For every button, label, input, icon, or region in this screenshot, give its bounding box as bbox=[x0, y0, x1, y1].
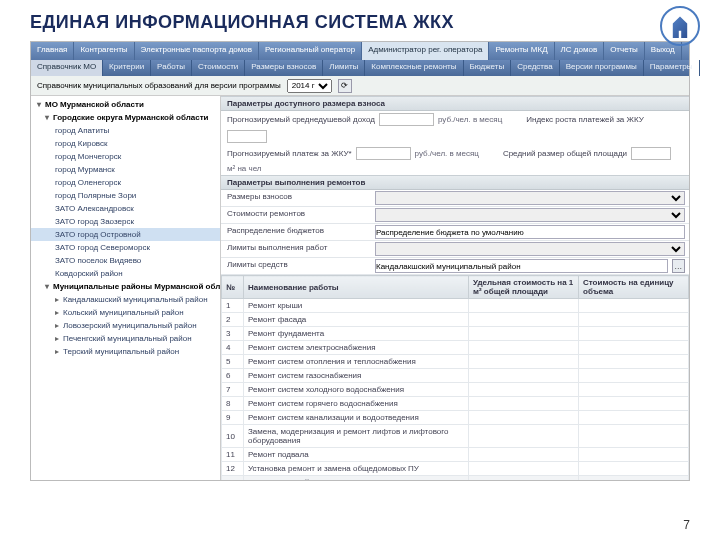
year-select[interactable]: 2014 г bbox=[287, 79, 332, 93]
cell-unit-cost[interactable] bbox=[469, 462, 579, 476]
table-row[interactable]: 12Установка ремонт и замена общедомовых … bbox=[222, 462, 689, 476]
subnav-item[interactable]: Работы bbox=[151, 60, 192, 76]
cell-unit-cost[interactable] bbox=[469, 327, 579, 341]
subnav-item[interactable]: Параметры bbox=[644, 60, 700, 76]
chevron-icon[interactable] bbox=[45, 282, 53, 291]
cell-unit-cost[interactable] bbox=[469, 313, 579, 327]
param-select[interactable] bbox=[375, 242, 685, 256]
col-header: № bbox=[222, 276, 244, 299]
subnav-item[interactable]: Размеры взносов bbox=[245, 60, 323, 76]
chevron-icon[interactable] bbox=[45, 113, 53, 122]
chevron-icon[interactable] bbox=[55, 334, 63, 343]
cell-vol-cost[interactable] bbox=[579, 327, 689, 341]
topnav-item[interactable]: Главная bbox=[31, 42, 74, 60]
tree-node[interactable]: ЗАТО город Североморск bbox=[31, 241, 220, 254]
param-input[interactable] bbox=[375, 259, 668, 273]
cell-vol-cost[interactable] bbox=[579, 313, 689, 327]
chevron-icon[interactable] bbox=[55, 347, 63, 356]
tree-label: ЗАТО Александровск bbox=[55, 204, 134, 213]
cell-vol-cost[interactable] bbox=[579, 299, 689, 313]
tree-node[interactable]: Кольский муниципальный район bbox=[31, 306, 220, 319]
tree-node[interactable]: ЗАТО поселок Видяево bbox=[31, 254, 220, 267]
cell-vol-cost[interactable] bbox=[579, 369, 689, 383]
subnav-item[interactable]: Лимиты bbox=[323, 60, 365, 76]
topnav-item[interactable]: Региональный оператор bbox=[259, 42, 362, 60]
index-input[interactable] bbox=[227, 130, 267, 143]
param-select[interactable] bbox=[375, 208, 685, 222]
param-value bbox=[371, 224, 689, 240]
table-row[interactable]: 5Ремонт систем отопления и теплоснабжени… bbox=[222, 355, 689, 369]
cell-unit-cost[interactable] bbox=[469, 448, 579, 462]
tree-node[interactable]: Печенгский муниципальный район bbox=[31, 332, 220, 345]
cell-unit-cost[interactable] bbox=[469, 341, 579, 355]
param-value bbox=[371, 241, 689, 257]
table-row[interactable]: 4Ремонт систем электроснабжения bbox=[222, 341, 689, 355]
chevron-icon[interactable] bbox=[55, 321, 63, 330]
income-input[interactable] bbox=[379, 113, 434, 126]
cell-vol-cost[interactable] bbox=[579, 462, 689, 476]
table-row[interactable]: 9Ремонт систем канализации и водоотведен… bbox=[222, 411, 689, 425]
lookup-button[interactable]: … bbox=[672, 259, 685, 273]
table-row[interactable]: 3Ремонт фундамента bbox=[222, 327, 689, 341]
subnav-item[interactable]: Комплексные ремонты bbox=[365, 60, 463, 76]
topnav-item[interactable]: Ремонты МКД bbox=[489, 42, 554, 60]
tree-node[interactable]: ЗАТО город Островной bbox=[31, 228, 220, 241]
topnav-item[interactable]: Контрагенты bbox=[74, 42, 134, 60]
subnav-item[interactable]: Средства bbox=[511, 60, 559, 76]
tree-node[interactable]: Терский муниципальный район bbox=[31, 345, 220, 358]
tree-node[interactable]: Муниципальные районы Мурманской области bbox=[31, 280, 220, 293]
chevron-icon[interactable] bbox=[55, 295, 63, 304]
tree-node[interactable]: город Полярные Зори bbox=[31, 189, 220, 202]
table-row[interactable]: 2Ремонт фасада bbox=[222, 313, 689, 327]
table-row[interactable]: 1Ремонт крыши bbox=[222, 299, 689, 313]
cell-unit-cost[interactable] bbox=[469, 299, 579, 313]
param-input[interactable] bbox=[375, 225, 685, 239]
topnav-item[interactable]: Отчеты bbox=[604, 42, 645, 60]
tree-node[interactable]: город Мончегорск bbox=[31, 150, 220, 163]
topnav-item[interactable]: ЛС домов bbox=[555, 42, 605, 60]
tree-node[interactable]: ЗАТО город Заозерск bbox=[31, 215, 220, 228]
tree-node[interactable]: город Апатиты bbox=[31, 124, 220, 137]
subnav-item[interactable]: Стоимости bbox=[192, 60, 245, 76]
tree-node[interactable]: город Мурманск bbox=[31, 163, 220, 176]
tree-node[interactable]: Ковдорский район bbox=[31, 267, 220, 280]
table-row[interactable]: 6Ремонт систем газоснабжения bbox=[222, 369, 689, 383]
tree-node[interactable]: город Оленегорск bbox=[31, 176, 220, 189]
tree-node[interactable]: ЗАТО Александровск bbox=[31, 202, 220, 215]
cell-vol-cost[interactable] bbox=[579, 397, 689, 411]
cell-vol-cost[interactable] bbox=[579, 341, 689, 355]
tree-node[interactable]: Ловозерский муниципальный район bbox=[31, 319, 220, 332]
avg-area-input[interactable] bbox=[631, 147, 671, 160]
tree-node[interactable]: Кандалакшский муниципальный район bbox=[31, 293, 220, 306]
refresh-icon[interactable]: ⟳ bbox=[338, 79, 352, 93]
subnav-item[interactable]: Бюджеты bbox=[464, 60, 512, 76]
cell-unit-cost[interactable] bbox=[469, 425, 579, 448]
tree-node[interactable]: Городские округа Мурманской области bbox=[31, 111, 220, 124]
cell-vol-cost[interactable] bbox=[579, 383, 689, 397]
subnav-item[interactable]: Критерии bbox=[103, 60, 151, 76]
subnav-item[interactable]: Справочник МО bbox=[31, 60, 103, 76]
cell-name: Ремонт систем холодного водоснабжения bbox=[244, 383, 469, 397]
cell-vol-cost[interactable] bbox=[579, 425, 689, 448]
chevron-icon[interactable] bbox=[55, 308, 63, 317]
chevron-icon[interactable] bbox=[37, 100, 45, 109]
cell-vol-cost[interactable] bbox=[579, 355, 689, 369]
cell-unit-cost[interactable] bbox=[469, 369, 579, 383]
cell-vol-cost[interactable] bbox=[579, 411, 689, 425]
param-select[interactable] bbox=[375, 191, 685, 205]
table-row[interactable]: 10Замена, модернизация и ремонт лифтов и… bbox=[222, 425, 689, 448]
topnav-item[interactable]: Администратор рег. оператора bbox=[362, 42, 489, 60]
cell-unit-cost[interactable] bbox=[469, 411, 579, 425]
cell-unit-cost[interactable] bbox=[469, 397, 579, 411]
cell-vol-cost[interactable] bbox=[579, 448, 689, 462]
tree-node[interactable]: МО Мурманской области bbox=[31, 98, 220, 111]
table-row[interactable]: 8Ремонт систем горячего водоснабжения bbox=[222, 397, 689, 411]
table-row[interactable]: 11Ремонт подвала bbox=[222, 448, 689, 462]
cell-unit-cost[interactable] bbox=[469, 355, 579, 369]
topnav-item[interactable]: Электронные паспорта домов bbox=[135, 42, 259, 60]
table-row[interactable]: 7Ремонт систем холодного водоснабжения bbox=[222, 383, 689, 397]
pay-input[interactable] bbox=[356, 147, 411, 160]
cell-unit-cost[interactable] bbox=[469, 383, 579, 397]
subnav-item[interactable]: Версии программы bbox=[560, 60, 644, 76]
tree-node[interactable]: город Кировск bbox=[31, 137, 220, 150]
